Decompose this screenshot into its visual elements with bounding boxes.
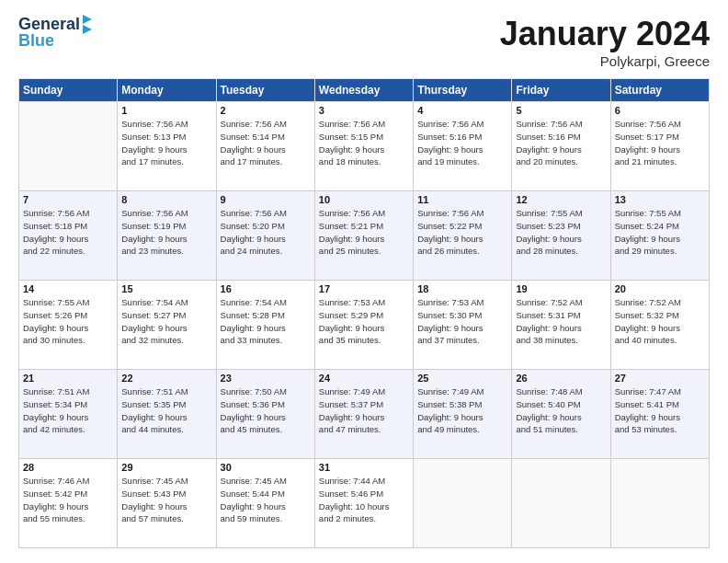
day-number: 28 <box>23 462 113 473</box>
day-number: 21 <box>23 373 113 384</box>
daylight-text-2: and 18 minutes. <box>319 156 381 167</box>
sunrise-text: Sunrise: 7:49 AM <box>319 386 385 396</box>
sunrise-text: Sunrise: 7:53 AM <box>417 297 483 307</box>
day-info: Sunrise: 7:55 AMSunset: 5:23 PMDaylight:… <box>516 207 606 258</box>
calendar-cell: 20Sunrise: 7:52 AMSunset: 5:32 PMDayligh… <box>610 281 709 370</box>
sunrise-text: Sunrise: 7:56 AM <box>516 119 582 129</box>
sunrise-text: Sunrise: 7:51 AM <box>23 386 89 396</box>
daylight-text-2: and 47 minutes. <box>319 424 381 434</box>
day-info: Sunrise: 7:56 AMSunset: 5:18 PMDaylight:… <box>23 207 113 258</box>
daylight-text: Daylight: 9 hours <box>319 234 384 244</box>
daylight-text: Daylight: 9 hours <box>319 412 384 422</box>
sunrise-text: Sunrise: 7:53 AM <box>319 297 385 307</box>
calendar-cell <box>414 459 512 548</box>
sunrise-text: Sunrise: 7:56 AM <box>221 119 287 129</box>
day-info: Sunrise: 7:45 AMSunset: 5:44 PMDaylight:… <box>221 475 311 525</box>
daylight-text: Daylight: 9 hours <box>516 144 581 155</box>
sunrise-text: Sunrise: 7:56 AM <box>319 119 385 129</box>
header-monday: Monday <box>118 79 216 102</box>
day-number: 8 <box>121 194 211 205</box>
daylight-text: Daylight: 9 hours <box>23 323 88 333</box>
daylight-text-2: and 59 minutes. <box>221 513 283 523</box>
calendar-cell <box>610 459 709 548</box>
daylight-text-2: and 29 minutes. <box>615 246 677 256</box>
day-number: 4 <box>417 105 507 116</box>
daylight-text-2: and 53 minutes. <box>615 424 677 434</box>
sunrise-text: Sunrise: 7:54 AM <box>221 297 287 307</box>
day-number: 16 <box>221 283 311 294</box>
header-wednesday: Wednesday <box>314 79 413 102</box>
day-number: 13 <box>615 194 705 205</box>
daylight-text: Daylight: 9 hours <box>615 412 680 422</box>
day-number: 6 <box>615 105 705 116</box>
calendar-cell: 28Sunrise: 7:46 AMSunset: 5:42 PMDayligh… <box>19 459 118 548</box>
day-info: Sunrise: 7:55 AMSunset: 5:26 PMDaylight:… <box>23 296 113 347</box>
day-number: 24 <box>319 373 409 384</box>
sunset-text: Sunset: 5:34 PM <box>23 399 87 409</box>
daylight-text: Daylight: 9 hours <box>221 501 286 511</box>
calendar-cell: 17Sunrise: 7:53 AMSunset: 5:29 PMDayligh… <box>314 281 413 370</box>
calendar-cell: 14Sunrise: 7:55 AMSunset: 5:26 PMDayligh… <box>19 281 118 370</box>
calendar-cell: 27Sunrise: 7:47 AMSunset: 5:41 PMDayligh… <box>610 370 709 459</box>
calendar-cell <box>512 459 610 548</box>
daylight-text: Daylight: 9 hours <box>121 144 187 155</box>
daylight-text-2: and 33 minutes. <box>221 335 283 345</box>
calendar-cell: 8Sunrise: 7:56 AMSunset: 5:19 PMDaylight… <box>118 191 216 281</box>
calendar-cell: 2Sunrise: 7:56 AMSunset: 5:14 PMDaylight… <box>216 102 314 191</box>
day-info: Sunrise: 7:54 AMSunset: 5:28 PMDaylight:… <box>221 296 311 347</box>
daylight-text-2: and 40 minutes. <box>615 335 677 345</box>
calendar-cell: 29Sunrise: 7:45 AMSunset: 5:43 PMDayligh… <box>118 459 216 548</box>
day-number: 2 <box>221 105 311 116</box>
day-info: Sunrise: 7:54 AMSunset: 5:27 PMDaylight:… <box>121 296 211 347</box>
day-number: 29 <box>121 462 211 473</box>
daylight-text: Daylight: 9 hours <box>23 234 88 244</box>
day-number: 10 <box>319 194 409 205</box>
day-info: Sunrise: 7:56 AMSunset: 5:22 PMDaylight:… <box>417 207 507 258</box>
sunset-text: Sunset: 5:28 PM <box>221 310 285 320</box>
week-row-4: 21Sunrise: 7:51 AMSunset: 5:34 PMDayligh… <box>19 370 710 459</box>
week-row-3: 14Sunrise: 7:55 AMSunset: 5:26 PMDayligh… <box>19 281 710 370</box>
sunrise-text: Sunrise: 7:51 AM <box>121 386 188 396</box>
calendar-cell: 30Sunrise: 7:45 AMSunset: 5:44 PMDayligh… <box>216 459 314 548</box>
header-thursday: Thursday <box>414 79 512 102</box>
sunrise-text: Sunrise: 7:56 AM <box>23 208 89 218</box>
daylight-text-2: and 49 minutes. <box>417 424 480 434</box>
daylight-text-2: and 55 minutes. <box>23 513 85 523</box>
daylight-text-2: and 2 minutes. <box>319 513 376 523</box>
daylight-text-2: and 24 minutes. <box>221 246 283 256</box>
day-info: Sunrise: 7:48 AMSunset: 5:40 PMDaylight:… <box>516 385 606 436</box>
sunset-text: Sunset: 5:26 PM <box>23 310 87 320</box>
day-info: Sunrise: 7:51 AMSunset: 5:34 PMDaylight:… <box>23 385 113 436</box>
daylight-text-2: and 35 minutes. <box>319 335 381 345</box>
day-info: Sunrise: 7:56 AMSunset: 5:15 PMDaylight:… <box>319 118 409 168</box>
sunset-text: Sunset: 5:17 PM <box>615 132 679 142</box>
sunset-text: Sunset: 5:35 PM <box>121 399 186 409</box>
day-number: 27 <box>615 373 705 384</box>
day-info: Sunrise: 7:46 AMSunset: 5:42 PMDaylight:… <box>23 475 113 525</box>
day-number: 23 <box>221 373 311 384</box>
sunrise-text: Sunrise: 7:56 AM <box>221 208 287 218</box>
sunset-text: Sunset: 5:16 PM <box>516 132 580 142</box>
day-info: Sunrise: 7:47 AMSunset: 5:41 PMDaylight:… <box>615 385 705 436</box>
calendar-cell: 31Sunrise: 7:44 AMSunset: 5:46 PMDayligh… <box>314 459 413 548</box>
calendar-cell: 3Sunrise: 7:56 AMSunset: 5:15 PMDaylight… <box>314 102 413 191</box>
daylight-text-2: and 42 minutes. <box>23 424 85 434</box>
sunset-text: Sunset: 5:36 PM <box>221 399 285 409</box>
week-row-5: 28Sunrise: 7:46 AMSunset: 5:42 PMDayligh… <box>19 459 710 548</box>
day-number: 15 <box>121 283 211 294</box>
daylight-text: Daylight: 9 hours <box>23 501 88 511</box>
sunrise-text: Sunrise: 7:50 AM <box>221 386 287 396</box>
sunset-text: Sunset: 5:32 PM <box>615 310 679 320</box>
day-number: 20 <box>615 283 705 294</box>
day-info: Sunrise: 7:55 AMSunset: 5:24 PMDaylight:… <box>615 207 705 258</box>
header-tuesday: Tuesday <box>216 79 314 102</box>
sunrise-text: Sunrise: 7:45 AM <box>121 476 188 486</box>
daylight-text-2: and 30 minutes. <box>23 335 85 345</box>
daylight-text: Daylight: 9 hours <box>319 144 384 155</box>
day-number: 22 <box>121 373 211 384</box>
day-info: Sunrise: 7:56 AMSunset: 5:16 PMDaylight:… <box>516 118 606 168</box>
day-number: 30 <box>221 462 311 473</box>
daylight-text: Daylight: 9 hours <box>23 412 88 422</box>
sunrise-text: Sunrise: 7:45 AM <box>221 476 287 486</box>
sunrise-text: Sunrise: 7:55 AM <box>23 297 89 307</box>
